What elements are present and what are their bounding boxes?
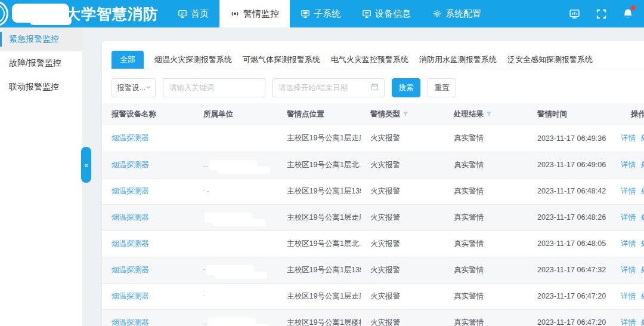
table-row: 烟温探测器 主校区19号公寓1层北... 火灾报警 真实警情 2023-11-1… xyxy=(102,230,644,257)
unit-residue: · xyxy=(203,266,205,273)
time-cell: 2023-11-17 06:48:42 xyxy=(528,178,621,204)
nav-item-device-info[interactable]: 设备信息 xyxy=(351,0,422,27)
process-link[interactable]: 处理 xyxy=(641,213,644,222)
process-link[interactable]: 处理 xyxy=(641,134,644,142)
location-cell: 主校区19号公寓1层北... xyxy=(277,152,361,178)
process-link[interactable]: 处理 xyxy=(641,187,644,195)
device-name-link[interactable]: 烟温探测器 xyxy=(112,239,149,248)
detail-link[interactable]: 详情 xyxy=(621,161,636,169)
process-link[interactable]: 处理 xyxy=(641,318,644,326)
process-link[interactable]: 处理 xyxy=(641,292,644,300)
tab-combustible-gas-system[interactable]: 可燃气体探测报警系统 xyxy=(243,51,320,69)
time-cell: 2023-11-17 06:49:36 xyxy=(528,125,621,152)
location-cell: 主校区19号公寓1层139 xyxy=(277,178,361,204)
table-row: 烟温探测器 · 主校区19号公寓1层139 火灾报警 真实警情 2023-11-… xyxy=(102,257,644,283)
filter-funnel-icon[interactable] xyxy=(402,110,408,119)
process-link[interactable]: 处理 xyxy=(641,161,644,169)
app-title: 大学智慧消防 xyxy=(66,4,159,24)
time-cell: 2023-11-17 06:49:06 xyxy=(528,152,621,178)
search-button[interactable]: 搜索 xyxy=(392,78,420,97)
system-tabs: 全部 烟温火灾探测报警系统 可燃气体探测报警系统 电气火灾监控预警系统 消防用水… xyxy=(102,41,644,69)
nav-item-label: 系统配置 xyxy=(445,8,481,20)
reset-button[interactable]: 重置 xyxy=(428,78,456,97)
detail-link[interactable]: 详情 xyxy=(621,239,636,248)
detail-link[interactable]: 详情 xyxy=(621,187,636,195)
alarm-type-cell: 火灾报警 xyxy=(361,178,444,204)
nav-item-subsystems[interactable]: 子系统 xyxy=(290,0,351,27)
unit-cell xyxy=(194,230,277,257)
unit-residue: ... xyxy=(203,161,208,168)
detail-link[interactable]: 详情 xyxy=(621,134,636,142)
device-name-link[interactable]: 烟温探测器 xyxy=(112,187,149,195)
device-name-link[interactable]: 烟温探测器 xyxy=(112,134,149,142)
unit-cell: ... xyxy=(194,152,277,178)
result-cell: 真实警情 xyxy=(444,125,528,152)
sidebar-collapse-handle[interactable]: « xyxy=(81,147,91,183)
sidebar-item-fault-alarm-monitoring[interactable]: 故障/报警监控 xyxy=(0,51,82,75)
device-name-link[interactable]: 烟温探测器 xyxy=(112,292,149,300)
tab-fire-water-system[interactable]: 消防用水监测报警系统 xyxy=(419,51,497,69)
header-alarm-time: 警情时间 xyxy=(528,103,621,125)
redaction-blob xyxy=(210,186,258,196)
date-range-input[interactable]: 请选择开始/结束日期 xyxy=(273,78,385,97)
nav-item-alarm-monitoring[interactable]: 警情监控 xyxy=(219,0,290,27)
device-name-link[interactable]: 烟温探测器 xyxy=(112,318,149,326)
result-cell: 真实警情 xyxy=(444,204,528,230)
header-unit: 所属单位 xyxy=(194,103,277,125)
unit-cell xyxy=(194,204,277,230)
time-cell: 2023-11-17 06:47:32 xyxy=(528,257,621,283)
tab-pan-safety-perception-system[interactable]: 泛安全感知探测报警系统 xyxy=(507,51,593,69)
detail-link[interactable]: 详情 xyxy=(621,292,636,300)
tab-all[interactable]: 全部 xyxy=(112,51,144,69)
redaction-blob xyxy=(12,4,69,23)
alarm-type-cell: 火灾报警 xyxy=(361,230,444,257)
nav-item-system-config[interactable]: 系统配置 xyxy=(422,0,492,27)
alarm-table-body: 烟温探测器 主校区19号公寓1层走廊4 火灾报警 真实警情 2023-11-17… xyxy=(102,125,644,326)
process-link[interactable]: 处理 xyxy=(641,266,644,274)
nav-item-home[interactable]: 首页 xyxy=(167,0,219,27)
nav-item-label: 子系统 xyxy=(314,8,340,20)
device-name-link[interactable]: 烟温探测器 xyxy=(112,266,149,274)
tab-smoke-temp-fire-system[interactable]: 烟温火灾探测报警系统 xyxy=(154,51,232,69)
tab-electrical-fire-system[interactable]: 电气火灾监控预警系统 xyxy=(331,51,408,69)
unit-cell: · - xyxy=(194,178,277,204)
sidebar: 紧急报警监控 故障/报警监控 联动报警监控 xyxy=(0,27,82,326)
table-row: 烟温探测器 · - 主校区19号公寓1层139 火灾报警 真实警情 2023-1… xyxy=(102,178,644,204)
detail-link[interactable]: 详情 xyxy=(621,318,636,326)
broadcast-icon xyxy=(230,9,240,19)
table-row: 烟温探测器 · 主校区19号公寓1层走廊4 火灾报警 真实警情 2023-11-… xyxy=(102,283,644,309)
nav-item-label: 设备信息 xyxy=(375,8,411,20)
location-cell: 主校区19号公寓1层楼梯3 xyxy=(277,309,361,326)
result-cell: 真实警情 xyxy=(444,178,528,204)
nav-item-label: 首页 xyxy=(191,8,209,20)
keyword-input[interactable] xyxy=(163,78,265,97)
redaction-blob xyxy=(208,318,256,326)
chevron-down-icon xyxy=(145,84,151,92)
unit-cell xyxy=(194,125,277,152)
device-name-link[interactable]: 烟温探测器 xyxy=(112,213,149,222)
redaction-blob xyxy=(209,160,257,170)
fullscreen-icon[interactable] xyxy=(595,7,608,20)
header-alarm-type: 警情类型 xyxy=(361,103,444,125)
notification-bell-icon[interactable] xyxy=(621,7,634,20)
sidebar-item-emergency-alarm-monitoring[interactable]: 紧急报警监控 xyxy=(0,27,82,51)
process-link[interactable]: 处理 xyxy=(641,239,644,248)
device-name-link[interactable]: 烟温探测器 xyxy=(112,161,149,169)
time-cell: 2023-11-17 06:48:26 xyxy=(528,204,621,230)
sidebar-item-label: 故障/报警监控 xyxy=(9,58,61,69)
dashboard-chart-icon[interactable] xyxy=(568,7,581,20)
sidebar-item-linkage-alarm-monitoring[interactable]: 联动报警监控 xyxy=(0,75,82,99)
alarm-type-cell: 火灾报警 xyxy=(361,257,444,283)
alarm-panel: 全部 烟温火灾探测报警系统 可燃气体探测报警系统 电气火灾监控预警系统 消防用水… xyxy=(101,41,644,326)
detail-link[interactable]: 详情 xyxy=(621,213,636,222)
redaction-blob xyxy=(205,213,252,223)
table-row: 烟温探测器 ... 主校区19号公寓1层北... 火灾报警 真实警情 2023-… xyxy=(102,152,644,178)
device-type-select[interactable]: 报警设... xyxy=(112,78,156,97)
time-cell: 2023-11-17 06:48:05 xyxy=(528,230,621,257)
filter-funnel-icon[interactable] xyxy=(486,110,492,119)
unit-residue: ., xyxy=(203,319,207,325)
result-cell: 真实警情 xyxy=(444,283,528,309)
header-location: 警情点位置 xyxy=(277,103,361,125)
detail-link[interactable]: 详情 xyxy=(621,266,636,274)
notification-badge xyxy=(631,5,636,10)
